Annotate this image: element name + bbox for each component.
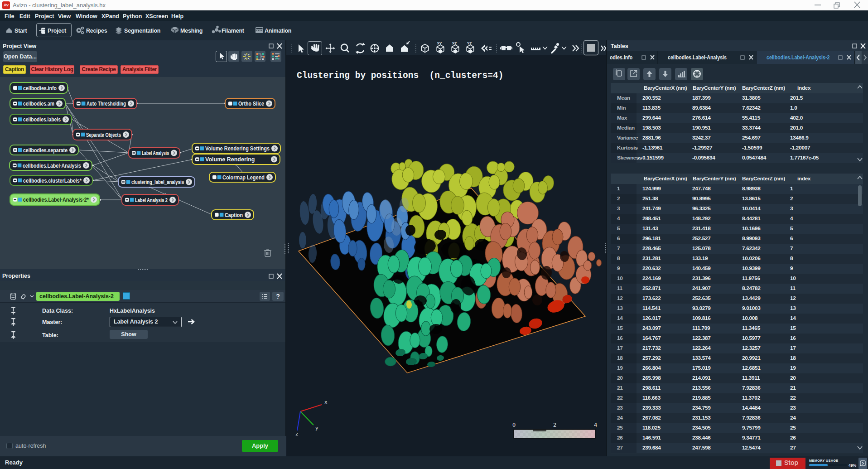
svg-text:cellbodies.Label-Analysis: cellbodies.Label-Analysis	[23, 163, 81, 169]
svg-text:Volume Rendering: Volume Rendering	[205, 156, 255, 163]
svg-text:cellbodies.clusterLabels*: cellbodies.clusterLabels*	[23, 178, 82, 184]
svg-text:Ortho Slice: Ortho Slice	[238, 101, 264, 107]
svg-text:XY: XY	[437, 41, 442, 45]
svg-text:y: y	[315, 425, 318, 431]
svg-text:Caption: Caption	[225, 212, 243, 218]
svg-text:z: z	[295, 431, 299, 437]
svg-text:2: 2	[553, 422, 556, 429]
svg-text:XZ: XZ	[452, 41, 457, 45]
svg-text:Label Analysis 2: Label Analysis 2	[135, 197, 168, 203]
svg-text:YZ: YZ	[467, 41, 472, 45]
svg-text:cellbodies.labels: cellbodies.labels	[23, 116, 61, 123]
svg-text:x: x	[324, 400, 328, 405]
svg-text:0: 0	[512, 422, 516, 429]
svg-text:cellbodies.am: cellbodies.am	[23, 101, 54, 107]
svg-text:Separate Objects: Separate Objects	[86, 132, 121, 138]
svg-text:Label Analysis: Label Analysis	[142, 150, 169, 156]
svg-text:Volume Rendering Settings: Volume Rendering Settings	[205, 145, 270, 152]
svg-text:Colormap Legend: Colormap Legend	[222, 174, 265, 181]
svg-text:cellbodies.Label-Analysis-2*: cellbodies.Label-Analysis-2*	[23, 197, 89, 203]
svg-text:4: 4	[594, 422, 597, 429]
svg-text:Auto Thresholding: Auto Thresholding	[87, 101, 126, 107]
svg-text:cellbodies.info: cellbodies.info	[23, 85, 57, 92]
svg-text:Clustering by positions (n_cl: Clustering by positions (n_clusters=4)	[297, 71, 503, 81]
svg-text:cellbodies.separate: cellbodies.separate	[23, 147, 68, 154]
svg-text:clustering_label_analysis: clustering_label_analysis	[131, 179, 184, 185]
